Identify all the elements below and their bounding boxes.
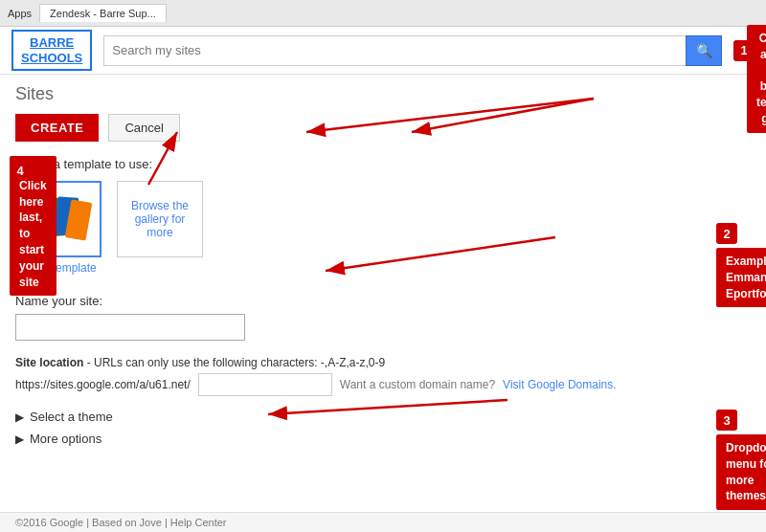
browser-bar: Apps Zendesk - Barre Sup... [0, 0, 766, 27]
step-badge-4: 4 [10, 160, 31, 181]
site-url-row: https://sites.google.com/a/u61.net/ Want… [15, 373, 751, 396]
callout-1-text: Choose a blank or browse template galler… [756, 32, 766, 125]
callout-1-box: Choose a blank or browse template galler… [747, 25, 766, 133]
templates-row: Blank template Browse the gallery for mo… [15, 181, 751, 275]
callout-3-text: Dropdown menu for more themes [726, 441, 766, 502]
browse-template-item[interactable]: Browse the gallery for more [117, 181, 203, 257]
template-section: Select a template to use: Blank template [15, 157, 751, 275]
site-location-note: - URLs can only use the following charac… [87, 356, 385, 369]
logo-line1: BARRE [21, 35, 82, 51]
name-section: Name your site: [15, 294, 751, 341]
callout-2-text: Example: Emmanuel's Eportfolio [726, 255, 766, 300]
callout-2: 2 Example: Emmanuel's Eportfolio [716, 223, 737, 244]
template-section-label: Select a template to use: [15, 157, 751, 171]
more-options-row[interactable]: ▶ More options [15, 432, 751, 446]
page-title: Sites [15, 84, 751, 104]
browse-template-thumb: Browse the gallery for more [117, 181, 203, 257]
custom-domain-text: Want a custom domain name? [340, 378, 495, 391]
site-name-input[interactable] [15, 314, 245, 341]
browser-apps-label: Apps [8, 8, 32, 19]
create-button[interactable]: CREATE [15, 114, 99, 142]
select-theme-label: Select a theme [30, 410, 113, 424]
search-bar: 🔍 [103, 35, 722, 66]
site-location-label: Site location [15, 356, 83, 369]
header: BARRE SCHOOLS 🔍 1 [0, 27, 766, 75]
more-options-label: More options [30, 432, 101, 446]
search-icon: 🔍 [696, 43, 712, 58]
url-input[interactable] [198, 373, 332, 396]
step-badge-3: 3 [716, 410, 737, 431]
cancel-button[interactable]: Cancel [108, 114, 179, 142]
url-prefix: https://sites.google.com/a/u61.net/ [15, 378, 191, 391]
visit-google-domains-link[interactable]: Visit Google Domains. [503, 378, 617, 391]
callout-3-box: Dropdown menu for more themes [716, 434, 766, 510]
step-badge-2: 2 [716, 223, 737, 244]
logo-line2: SCHOOLS [21, 51, 82, 66]
name-label: Name your site: [15, 294, 751, 308]
site-location-title: Site location - URLs can only use the fo… [15, 356, 751, 369]
callout-2-box: Example: Emmanuel's Eportfolio [716, 248, 766, 307]
site-location-section: Site location - URLs can only use the fo… [15, 356, 751, 396]
search-input[interactable] [103, 35, 686, 66]
logo[interactable]: BARRE SCHOOLS [11, 30, 92, 71]
callout-4: Click here last, to start your site 4 [10, 156, 31, 181]
footer: ©2016 Google | Based on Jove | Help Cent… [0, 512, 766, 532]
action-bar: CREATE Cancel [15, 114, 751, 142]
theme-expand-arrow: ▶ [15, 410, 24, 424]
browse-template-text: Browse the gallery for more [125, 199, 194, 239]
callout-4-text: Click here last, to start your site [19, 179, 47, 289]
callout-3: 3 Dropdown menu for more themes [716, 410, 737, 431]
footer-text: ©2016 Google | Based on Jove | Help Cent… [15, 517, 227, 528]
browser-tab-active[interactable]: Zendesk - Barre Sup... [39, 4, 167, 22]
search-button[interactable]: 🔍 [686, 35, 722, 66]
main-content: Sites CREATE Cancel Select a template to… [0, 75, 766, 463]
more-options-expand-arrow: ▶ [15, 432, 24, 446]
select-theme-row[interactable]: ▶ Select a theme [15, 410, 751, 424]
